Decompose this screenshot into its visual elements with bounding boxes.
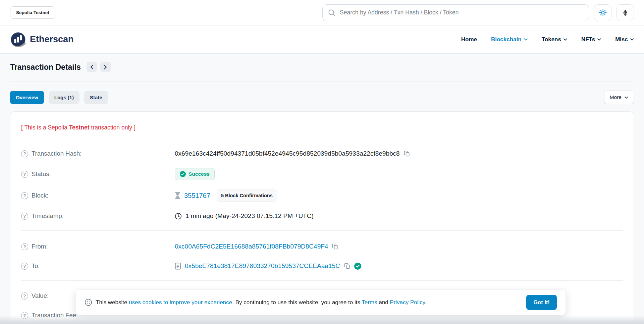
copy-icon (332, 243, 338, 250)
status-badge: Success (175, 168, 215, 180)
help-icon[interactable]: ? (21, 263, 28, 270)
previous-transaction-button[interactable] (87, 62, 97, 72)
copy-txn-hash-button[interactable] (404, 150, 410, 157)
nav-item-blockchain[interactable]: Blockchain (491, 36, 528, 43)
block-confirmations-badge: 5 Block Confirmations (217, 190, 277, 202)
ethereum-icon (622, 9, 629, 16)
hourglass-icon (175, 192, 180, 199)
transaction-hash-value: 0x69e163c424ff50d94371d05bf452e4945c95d8… (175, 150, 400, 157)
row-from: ? From: 0xc00A65FdC2E5E16688a85761f08FBb… (21, 241, 623, 252)
from-address-link[interactable]: 0xc00A65FdC2E5E16688a85761f08FBb079D8C49… (175, 243, 328, 250)
timestamp-label: Timestamp: (32, 212, 64, 220)
block-number-link[interactable]: 3551767 (184, 192, 210, 200)
nav-item-nfts[interactable]: NFTs (581, 36, 601, 43)
contract-icon (175, 263, 181, 270)
nav-item-misc[interactable]: Misc (615, 36, 634, 43)
from-label: From: (32, 243, 48, 250)
chevron-down-icon (630, 38, 634, 41)
block-label: Block: (32, 192, 48, 199)
chevron-left-icon (90, 65, 93, 69)
help-icon[interactable]: ? (21, 192, 28, 199)
nav-item-tokens[interactable]: Tokens (542, 36, 567, 43)
help-icon[interactable]: ? (21, 171, 28, 178)
copy-to-address-button[interactable] (344, 263, 351, 269)
cookie-icon (85, 299, 92, 306)
copy-icon (344, 263, 351, 269)
clock-icon (175, 213, 182, 220)
search-icon (328, 9, 336, 17)
divider (21, 280, 623, 281)
cookie-text: This website (96, 299, 129, 306)
etherscan-logo-icon (10, 32, 26, 48)
page-title: Transaction Details (10, 62, 81, 72)
copy-from-address-button[interactable] (332, 243, 338, 250)
main-content: Transaction Details Overview Logs (1) St… (0, 54, 644, 324)
privacy-policy-link[interactable]: Privacy Policy (390, 299, 425, 306)
to-label: To: (32, 262, 40, 270)
copy-icon (404, 150, 410, 157)
more-dropdown-button[interactable]: More (604, 91, 634, 104)
got-it-button[interactable]: Got it! (526, 295, 557, 310)
transaction-hash-label: Transaction Hash: (32, 150, 82, 157)
main-nav: Home Blockchain Tokens NFTs Misc (461, 36, 634, 43)
check-circle-icon (180, 171, 186, 177)
chevron-down-icon (597, 38, 601, 41)
help-icon[interactable]: ? (21, 312, 28, 319)
search-bar[interactable] (322, 4, 589, 21)
help-icon[interactable]: ? (21, 292, 28, 300)
value-label: Value: (32, 292, 49, 300)
chevron-down-icon (564, 38, 567, 41)
transaction-fee-label: Transaction Fee: (32, 312, 78, 319)
brand-name: Etherscan (30, 34, 74, 45)
theme-toggle-button[interactable] (594, 4, 611, 21)
cookies-info-link[interactable]: uses cookies to improve your experience (129, 299, 232, 306)
sun-icon (599, 9, 607, 16)
next-transaction-button[interactable] (100, 62, 111, 72)
nav-item-home[interactable]: Home (461, 36, 477, 43)
row-block: ? Block: 3551767 5 Block Confirmations (21, 190, 623, 202)
top-bar: Sepolia Testnet (0, 0, 644, 25)
testnet-notice: [ This is a Sepolia Testnet transaction … (21, 123, 623, 132)
network-selector-button[interactable]: Sepolia Testnet (10, 6, 55, 19)
to-address-link[interactable]: 0x5beE781e3817E8978033270b159537CCEEAaa1… (185, 262, 340, 270)
row-to: ? To: 0x5beE781e3817E8978033270b159537CC… (21, 261, 623, 271)
row-status: ? Status: Success (21, 168, 623, 180)
cookie-consent-banner: This website uses cookies to improve you… (75, 289, 566, 315)
status-label: Status: (32, 170, 51, 178)
tab-logs[interactable]: Logs (1) (49, 91, 79, 104)
divider (21, 230, 623, 231)
row-timestamp: ? Timestamp: 1 min ago (May-24-2023 07:1… (21, 211, 623, 221)
network-switch-button[interactable] (616, 4, 634, 21)
tab-overview[interactable]: Overview (10, 91, 44, 104)
help-icon[interactable]: ? (21, 150, 28, 157)
cookie-text: . By continuing to use this website, you… (232, 299, 362, 306)
help-icon[interactable]: ? (21, 243, 28, 250)
cookie-text: . (425, 299, 427, 306)
timestamp-value: 1 min ago (May-24-2023 07:15:12 PM +UTC) (185, 212, 314, 220)
tabs-bar: Overview Logs (1) State More (10, 91, 634, 104)
chevron-down-icon (625, 96, 628, 99)
cookie-text: and (377, 299, 390, 306)
search-input[interactable] (340, 9, 584, 16)
chevron-down-icon (524, 38, 528, 41)
terms-link[interactable]: Terms (362, 299, 377, 306)
verified-check-icon (354, 263, 361, 270)
help-icon[interactable]: ? (21, 213, 28, 220)
etherscan-logo[interactable]: Etherscan (10, 32, 74, 48)
tab-state[interactable]: State (84, 91, 108, 104)
row-transaction-hash: ? Transaction Hash: 0x69e163c424ff50d943… (21, 149, 623, 159)
divider (10, 82, 634, 82)
chevron-right-icon (104, 65, 107, 69)
nav-bar: Etherscan Home Blockchain Tokens NFTs Mi… (0, 25, 644, 54)
